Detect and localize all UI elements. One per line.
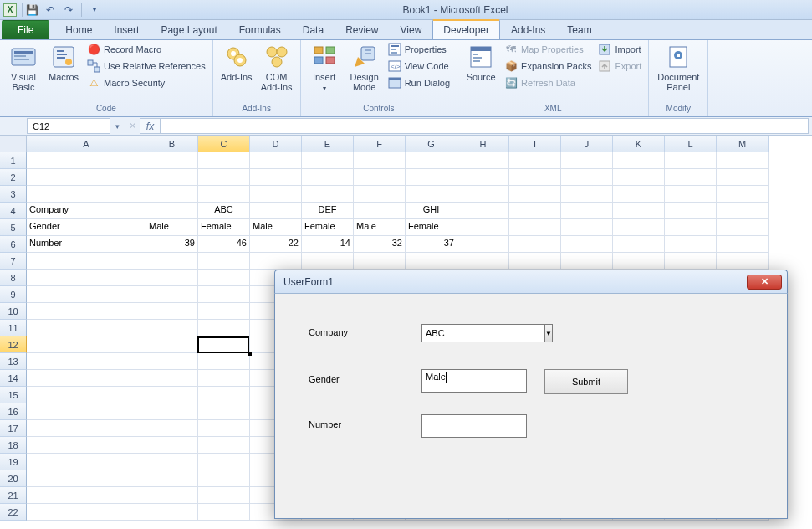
row-header[interactable]: 11 — [0, 320, 27, 336]
cell[interactable] — [198, 504, 250, 521]
row-header[interactable]: 21 — [0, 487, 27, 504]
cell[interactable] — [27, 454, 146, 470]
col-header-C[interactable]: C — [198, 136, 250, 152]
col-header-E[interactable]: E — [302, 136, 354, 152]
cell[interactable] — [509, 169, 561, 186]
cell[interactable] — [27, 253, 146, 270]
cell[interactable] — [27, 470, 146, 487]
cell[interactable] — [509, 253, 561, 270]
row-header[interactable]: 16 — [0, 403, 27, 420]
cell[interactable] — [27, 320, 146, 336]
refresh-data-button[interactable]: 🔄 Refresh Data — [503, 75, 593, 90]
cell[interactable] — [665, 236, 717, 253]
cell[interactable] — [198, 286, 250, 303]
cell[interactable]: Male — [250, 219, 302, 236]
cell[interactable] — [717, 203, 769, 219]
gender-textbox[interactable]: Male — [421, 369, 527, 393]
cell[interactable] — [27, 270, 146, 286]
company-combobox-input[interactable] — [421, 324, 545, 342]
cell[interactable]: GHI — [406, 203, 457, 219]
cell[interactable] — [146, 454, 198, 470]
cell[interactable] — [302, 169, 354, 186]
cell[interactable] — [561, 236, 613, 253]
cell[interactable] — [354, 169, 406, 186]
cell[interactable] — [406, 169, 457, 186]
col-header-K[interactable]: K — [613, 136, 665, 152]
cell[interactable] — [613, 236, 665, 253]
macros-button[interactable]: Macros — [45, 42, 82, 84]
tab-file[interactable]: File — [2, 20, 49, 39]
cell[interactable] — [665, 253, 717, 270]
cell[interactable] — [27, 387, 146, 403]
cell[interactable] — [27, 504, 146, 521]
chevron-down-icon[interactable]: ▼ — [545, 324, 553, 342]
tab-add-ins[interactable]: Add-Ins — [500, 20, 556, 39]
row-header[interactable]: 8 — [0, 270, 27, 286]
number-textbox[interactable] — [421, 414, 527, 438]
cell[interactable] — [457, 169, 509, 186]
fill-handle[interactable] — [248, 352, 252, 356]
cell[interactable] — [198, 253, 250, 270]
row-header[interactable]: 6 — [0, 236, 27, 253]
cell[interactable] — [250, 152, 302, 169]
cell[interactable] — [665, 203, 717, 219]
cell[interactable]: Male — [146, 219, 198, 236]
cell[interactable]: 22 — [250, 236, 302, 253]
cell[interactable] — [146, 186, 198, 203]
expansion-packs-button[interactable]: 📦 Expansion Packs — [503, 59, 593, 74]
import-button[interactable]: Import — [596, 42, 643, 57]
macro-security-button[interactable]: ⚠ Macro Security — [85, 75, 207, 90]
row-header[interactable]: 2 — [0, 169, 27, 186]
col-header-H[interactable]: H — [457, 136, 509, 152]
visual-basic-button[interactable]: Visual Basic — [5, 42, 42, 94]
record-macro-button[interactable]: 🔴 Record Macro — [85, 42, 207, 57]
cell[interactable]: Female — [406, 219, 457, 236]
cell[interactable] — [250, 169, 302, 186]
cell[interactable]: 14 — [302, 236, 354, 253]
cell[interactable] — [665, 152, 717, 169]
cell[interactable] — [613, 186, 665, 203]
cell[interactable] — [27, 286, 146, 303]
cell[interactable]: DEF — [302, 203, 354, 219]
cell[interactable] — [302, 152, 354, 169]
cell[interactable] — [509, 203, 561, 219]
cell[interactable] — [27, 353, 146, 370]
cell[interactable]: Gender — [27, 219, 146, 236]
cell[interactable] — [457, 236, 509, 253]
cell[interactable] — [717, 169, 769, 186]
row-header[interactable]: 17 — [0, 420, 27, 437]
com-addins-button[interactable]: COM Add-Ins — [258, 42, 295, 94]
cell[interactable]: Female — [198, 219, 250, 236]
cell[interactable]: 37 — [406, 236, 457, 253]
undo-icon[interactable]: ↶ — [43, 3, 58, 18]
cell[interactable]: ABC — [198, 203, 250, 219]
export-button[interactable]: Export — [596, 59, 643, 74]
row-header[interactable]: 14 — [0, 370, 27, 387]
cell[interactable] — [717, 219, 769, 236]
col-header-D[interactable]: D — [250, 136, 302, 152]
cell[interactable] — [457, 152, 509, 169]
view-code-button[interactable]: </> View Code — [386, 59, 452, 74]
cell[interactable] — [613, 203, 665, 219]
cell[interactable] — [198, 487, 250, 504]
cell[interactable]: 32 — [354, 236, 406, 253]
cell[interactable] — [27, 487, 146, 504]
cell[interactable] — [250, 203, 302, 219]
cell[interactable] — [146, 253, 198, 270]
cell[interactable] — [198, 387, 250, 403]
cell[interactable] — [146, 487, 198, 504]
cell[interactable] — [198, 270, 250, 286]
cell[interactable] — [561, 253, 613, 270]
name-box[interactable]: C12 — [27, 118, 110, 134]
cell[interactable] — [198, 420, 250, 437]
select-all-corner[interactable] — [0, 136, 27, 152]
cell[interactable] — [27, 420, 146, 437]
document-panel-button[interactable]: Document Panel — [654, 42, 702, 94]
userform-titlebar[interactable]: UserForm1 ✕ — [274, 270, 788, 293]
tab-view[interactable]: View — [390, 20, 433, 39]
cell[interactable] — [146, 336, 198, 353]
cell[interactable] — [613, 219, 665, 236]
addins-button[interactable]: Add-Ins — [218, 42, 255, 84]
cell[interactable] — [198, 403, 250, 420]
cell[interactable] — [27, 303, 146, 320]
